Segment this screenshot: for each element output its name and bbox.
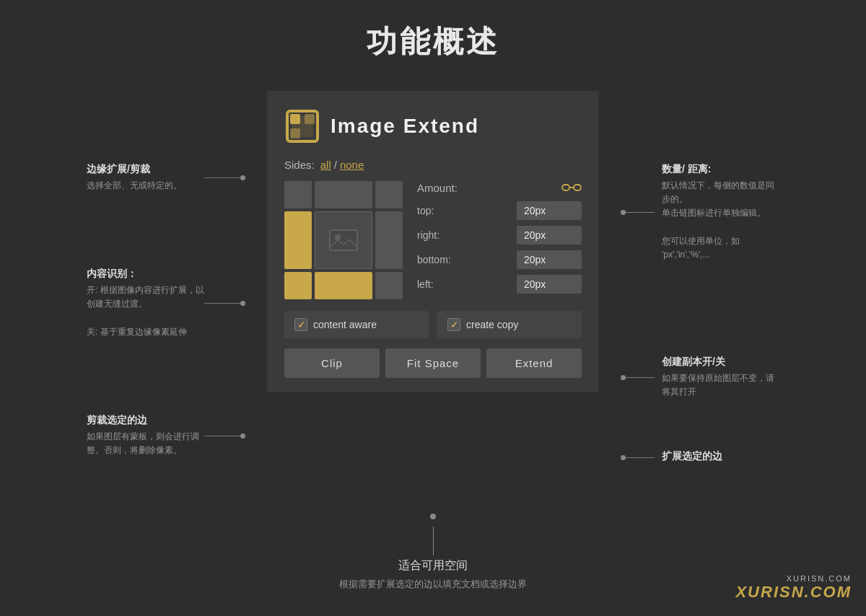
- watermark: XURISN.COM XURISN.COM: [735, 574, 852, 602]
- main-layout: 边缘扩展/剪裁 选择全部、无或特定的。 内容识别： 开: 根据图像内容进行扩展，…: [0, 76, 866, 506]
- side-grid: [284, 181, 403, 299]
- plugin-panel: Image Extend Sides: all / none: [267, 91, 599, 392]
- right-connector-dot-1: [621, 210, 626, 215]
- connector-line-3: [204, 436, 240, 436]
- right-connector-line-1: [626, 212, 655, 213]
- amount-row-bottom: bottom:: [417, 250, 582, 269]
- image-placeholder-icon: [329, 229, 358, 251]
- plugin-header: Image Extend: [284, 108, 582, 144]
- connector-dot-2: [240, 301, 245, 306]
- right-ann-text-1: 默认情况下，每侧的数值是同步的。单击链图标进行单独编辑。 您可以使用单位，如 '…: [662, 179, 779, 262]
- svg-rect-2: [290, 114, 300, 124]
- amount-left-label: left:: [417, 278, 453, 290]
- right-annotation-3: 扩展选定的边: [621, 450, 779, 466]
- left-ann-title-1: 边缘扩展/剪裁: [87, 163, 204, 176]
- page-container: 功能概述 边缘扩展/剪裁 选择全部、无或特定的。 内容识别： 开: 根据图像内容…: [0, 0, 866, 612]
- amount-bottom-input[interactable]: [517, 250, 582, 269]
- checkbox-row: content aware create copy: [284, 311, 582, 338]
- extend-button[interactable]: Extend: [486, 348, 582, 378]
- bottom-text: 根据需要扩展选定的边以填充文档或选择边界: [339, 578, 527, 591]
- create-copy-checkbox[interactable]: [447, 318, 460, 331]
- svg-rect-4: [305, 114, 315, 124]
- right-connector-dot-3: [621, 455, 626, 460]
- amount-row-left: left:: [417, 275, 582, 294]
- right-annotations: 数量/ 距离: 默认情况下，每侧的数值是同步的。单击链图标进行单独编辑。 您可以…: [621, 91, 779, 492]
- sides-row: Sides: all / none: [284, 159, 582, 171]
- grid-cell-tr[interactable]: [375, 181, 403, 208]
- grid-amount-row: Amount: top:: [284, 181, 582, 299]
- watermark-top: XURISN.COM: [787, 574, 852, 583]
- right-connector-line-3: [626, 457, 655, 458]
- amount-label: Amount:: [417, 182, 458, 194]
- grid-cell-mr[interactable]: [375, 211, 403, 269]
- plugin-logo-icon: [284, 108, 320, 144]
- grid-cell-ml[interactable]: [284, 211, 312, 269]
- connector-line-1: [204, 177, 240, 178]
- amount-right-label: right:: [417, 229, 453, 241]
- right-ann-title-2: 创建副本开/关: [662, 356, 779, 369]
- fit-space-button[interactable]: Fit Space: [385, 348, 481, 378]
- connector-dot-3: [240, 434, 245, 439]
- grid-cell-tl[interactable]: [284, 181, 312, 208]
- right-connector-dot-2: [621, 375, 626, 380]
- right-annotation-1: 数量/ 距离: 默认情况下，每侧的数值是同步的。单击链图标进行单独编辑。 您可以…: [621, 163, 779, 262]
- bottom-title: 适合可用空间: [398, 558, 468, 573]
- content-aware-checkbox-item[interactable]: content aware: [284, 311, 429, 338]
- left-ann-title-3: 剪裁选定的边: [87, 414, 204, 427]
- left-ann-title-2: 内容识别：: [87, 268, 204, 281]
- right-ann-text-2: 如果要保持原始图层不变，请将其打开: [662, 371, 779, 399]
- plugin-title: Image Extend: [331, 115, 479, 138]
- right-annotation-2: 创建副本开/关 如果要保持原始图层不变，请将其打开: [621, 356, 779, 399]
- amount-header: Amount:: [417, 181, 582, 194]
- amount-top-label: top:: [417, 205, 453, 216]
- amount-bottom-label: bottom:: [417, 254, 453, 265]
- link-icon[interactable]: [561, 181, 582, 194]
- amount-left-input[interactable]: [517, 275, 582, 294]
- watermark-bottom: XURISN.COM: [735, 583, 852, 602]
- grid-cell-bc[interactable]: [315, 272, 372, 299]
- bottom-line: [433, 527, 434, 555]
- grid-cell-bl[interactable]: [284, 272, 312, 299]
- bottom-dot: [430, 514, 436, 519]
- sides-none-button[interactable]: none: [340, 159, 364, 171]
- left-ann-text-1: 选择全部、无或特定的。: [87, 179, 204, 193]
- left-annotation-2: 内容识别： 开: 根据图像内容进行扩展，以创建无缝过渡。 关: 基于重复边缘像素…: [87, 268, 245, 339]
- amount-row-top: top:: [417, 201, 582, 220]
- buttons-row: Clip Fit Space Extend: [284, 348, 582, 378]
- right-ann-title-1: 数量/ 距离:: [662, 163, 779, 176]
- grid-cell-center: [315, 211, 372, 269]
- left-ann-text-3: 如果图层有蒙板，则会进行调整。否则，将删除像素。: [87, 430, 204, 457]
- amount-section: Amount: top:: [417, 181, 582, 299]
- amount-right-input[interactable]: [517, 226, 582, 245]
- create-copy-checkbox-item[interactable]: create copy: [437, 311, 582, 338]
- sides-label: Sides:: [284, 159, 315, 171]
- amount-row-right: right:: [417, 226, 582, 245]
- svg-rect-7: [562, 185, 569, 190]
- create-copy-label: create copy: [466, 319, 518, 330]
- left-annotation-1: 边缘扩展/剪裁 选择全部、无或特定的。: [87, 163, 245, 193]
- left-annotation-3: 剪裁选定的边 如果图层有蒙板，则会进行调整。否则，将删除像素。: [87, 414, 245, 457]
- grid-cell-br[interactable]: [375, 272, 403, 299]
- clip-button[interactable]: Clip: [284, 348, 380, 378]
- grid-cell-tc[interactable]: [315, 181, 372, 208]
- svg-rect-5: [330, 230, 357, 250]
- left-ann-text-2: 开: 根据图像内容进行扩展，以创建无缝过渡。 关: 基于重复边缘像素延伸: [87, 283, 204, 339]
- svg-rect-3: [290, 128, 300, 138]
- right-connector-line-2: [626, 377, 655, 378]
- sides-separator: /: [334, 159, 337, 171]
- left-annotations: 边缘扩展/剪裁 选择全部、无或特定的。 内容识别： 开: 根据图像内容进行扩展，…: [87, 91, 245, 483]
- content-aware-checkbox[interactable]: [294, 318, 307, 331]
- svg-point-6: [335, 234, 341, 240]
- amount-top-input[interactable]: [517, 201, 582, 220]
- connector-dot-1: [240, 175, 245, 180]
- connector-line-2: [204, 303, 240, 304]
- sides-all-button[interactable]: all: [320, 159, 331, 171]
- right-ann-title-3: 扩展选定的边: [662, 450, 779, 463]
- svg-rect-8: [574, 185, 581, 190]
- content-aware-label: content aware: [313, 319, 377, 330]
- page-title: 功能概述: [0, 0, 866, 76]
